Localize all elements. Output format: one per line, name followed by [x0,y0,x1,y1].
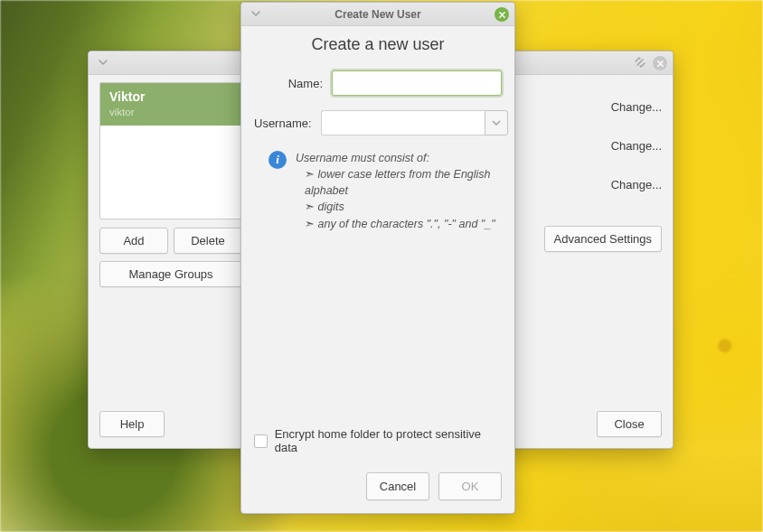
create-dialog-title: Create New User [334,8,420,21]
advanced-settings-button[interactable]: Advanced Settings [544,226,662,252]
close-icon[interactable] [495,7,509,22]
username-dropdown-button[interactable] [485,110,508,135]
info-icon: i [268,151,287,169]
ok-button[interactable]: OK [438,472,502,500]
window-menu-icon[interactable] [96,56,110,69]
close-button[interactable]: Close [597,411,662,437]
user-list[interactable]: Viktor viktor [99,82,242,219]
help-button[interactable]: Help [99,411,165,437]
restore-icon[interactable] [635,57,647,70]
change-link[interactable]: Change... [611,139,662,153]
cancel-button[interactable]: Cancel [366,472,429,500]
name-input[interactable] [332,70,502,96]
delete-user-button[interactable]: Delete [174,228,242,254]
window-menu-icon[interactable] [249,7,263,20]
name-label: Name: [254,77,323,90]
encrypt-home-label: Encrypt home folder to protect sensitive… [275,427,502,454]
user-list-item[interactable]: Viktor viktor [100,83,241,126]
dialog-heading: Create a new user [254,35,502,54]
create-dialog-titlebar[interactable]: Create New User [241,3,514,26]
user-display-name: Viktor [109,89,232,106]
encrypt-home-checkbox[interactable] [254,434,268,448]
change-link[interactable]: Change... [611,100,662,114]
add-user-button[interactable]: Add [99,228,168,254]
manage-groups-button[interactable]: Manage Groups [99,261,242,287]
close-icon[interactable] [653,56,667,70]
username-label: Username: [254,117,312,130]
username-input[interactable] [321,110,485,135]
user-login-name: viktor [109,106,232,118]
create-user-dialog: Create New User Create a new user Name: … [240,2,515,514]
change-link[interactable]: Change... [611,178,662,191]
username-rules-text: Username must consist of: ➣ lower case l… [296,150,502,232]
